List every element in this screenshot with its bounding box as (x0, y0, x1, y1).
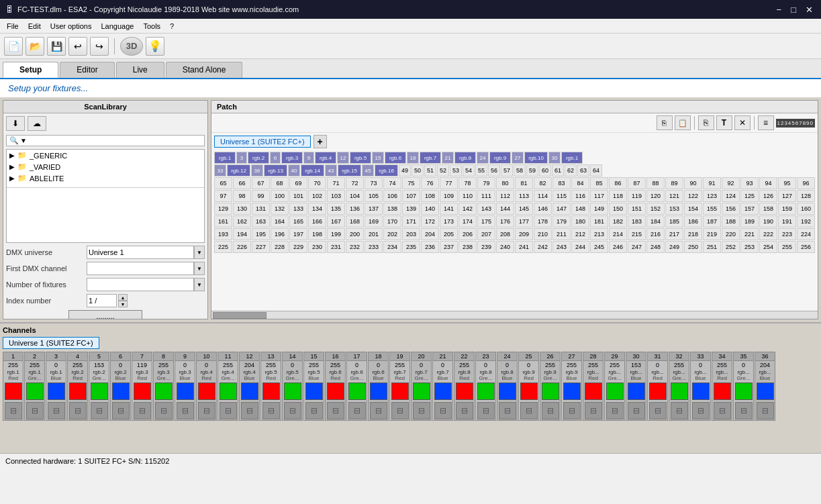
patch-cell-num-122[interactable]: 122 (684, 190, 702, 202)
ch-fader-23[interactable]: ⊟ (477, 402, 495, 419)
patch-cell-num-70[interactable]: 70 (308, 177, 326, 189)
patch-cell-num-190[interactable]: 190 (759, 215, 777, 228)
ch-fader-20[interactable]: ⊟ (413, 402, 430, 419)
patch-delete-btn[interactable]: ✕ (734, 115, 751, 130)
patch-cell-num-96[interactable]: 96 (797, 177, 815, 189)
add-universe-btn[interactable]: + (313, 135, 327, 148)
patch-cell-num-244[interactable]: 244 (571, 241, 589, 253)
patch-cell-rgb13[interactable]: rgb.13 (264, 164, 287, 177)
patch-cell-num-79[interactable]: 79 (477, 177, 495, 189)
patch-cell-rgb3[interactable]: rgb.3 (281, 152, 303, 164)
patch-cell-num-120[interactable]: 120 (646, 190, 665, 202)
patch-cell-num-149[interactable]: 149 (590, 203, 608, 215)
patch-cell-num-177[interactable]: 177 (515, 215, 533, 228)
patch-cell-num-172[interactable]: 172 (421, 215, 439, 228)
patch-cell-rgb9[interactable]: rgb.9 (489, 152, 511, 164)
patch-cell-num-160[interactable]: 160 (797, 203, 815, 215)
patch-cell-num-116[interactable]: 116 (571, 190, 589, 202)
patch-cell-rgb14[interactable]: rgb.14 (301, 164, 324, 177)
patch-cell-num-93[interactable]: 93 (740, 177, 759, 189)
patch-cell-num-218[interactable]: 218 (684, 228, 702, 240)
patch-cell-num-181[interactable]: 181 (590, 215, 608, 228)
ch-fader-25[interactable]: ⊟ (520, 402, 538, 419)
patch-cell-num-209[interactable]: 209 (515, 228, 533, 240)
patch-cell-num-121[interactable]: 121 (665, 190, 683, 202)
patch-cell-50[interactable]: 50 (412, 164, 424, 177)
patch-cell-num-194[interactable]: 194 (233, 228, 251, 240)
patch-cell-num-104[interactable]: 104 (346, 190, 364, 202)
patch-cell-num-162[interactable]: 162 (233, 215, 251, 228)
patch-cell-49[interactable]: 49 (399, 164, 411, 177)
patch-cell-num-253[interactable]: 253 (740, 241, 759, 253)
minimize-button[interactable]: − (774, 5, 785, 15)
patch-text-btn[interactable]: T (716, 115, 732, 130)
patch-cell-num-158[interactable]: 158 (759, 203, 777, 215)
patch-cell-num-183[interactable]: 183 (628, 215, 646, 228)
patch-cell-num-154[interactable]: 154 (684, 203, 702, 215)
universe-tab-1[interactable]: Universe 1 (SUITE2 FC+) (214, 136, 311, 148)
patch-cell-num-186[interactable]: 186 (684, 215, 702, 228)
menu-language[interactable]: Language (97, 21, 138, 32)
patch-cell-num-66[interactable]: 66 (233, 177, 251, 189)
ch-fader-1[interactable]: ⊟ (5, 402, 22, 419)
patch-cell-num-182[interactable]: 182 (609, 215, 627, 228)
patch-cell-num-247[interactable]: 247 (628, 241, 646, 253)
dmx-universe-dropdown-btn[interactable]: ▼ (194, 246, 205, 259)
ch-fader-13[interactable]: ⊟ (262, 402, 280, 419)
patch-cell-3[interactable]: 3 (236, 152, 247, 164)
patch-cell-num-134[interactable]: 134 (308, 203, 326, 215)
patch-cell-num-161[interactable]: 161 (214, 215, 232, 228)
patch-cell-num-140[interactable]: 140 (421, 203, 439, 215)
patch-cell-num-187[interactable]: 187 (703, 215, 721, 228)
patch-cell-6[interactable]: 6 (270, 152, 281, 164)
patch-cell-num-225[interactable]: 225 (214, 241, 232, 253)
patch-cell-num-152[interactable]: 152 (646, 203, 665, 215)
patch-cell-num-171[interactable]: 171 (402, 215, 420, 228)
patch-cell-num-107[interactable]: 107 (402, 190, 420, 202)
patch-cell-num-100[interactable]: 100 (271, 190, 289, 202)
patch-cell-num-227[interactable]: 227 (252, 241, 270, 253)
ch-fader-16[interactable]: ⊟ (327, 402, 344, 419)
ch-fader-11[interactable]: ⊟ (220, 402, 237, 419)
scan-import-button[interactable]: ⬇ (6, 116, 25, 131)
patch-cell-num-65[interactable]: 65 (214, 177, 232, 189)
patch-cell-rgb15[interactable]: rgb.15 (338, 164, 361, 177)
patch-cell-num-103[interactable]: 103 (327, 190, 345, 202)
patch-cell-24[interactable]: 24 (477, 152, 489, 164)
patch-cell-num-139[interactable]: 139 (402, 203, 420, 215)
patch-cell-num-201[interactable]: 201 (365, 228, 383, 240)
patch-cell-num-228[interactable]: 228 (271, 241, 289, 253)
patch-cell-num-214[interactable]: 214 (609, 228, 627, 240)
patch-cell-num-203[interactable]: 203 (402, 228, 420, 240)
patch-cell-num-236[interactable]: 236 (421, 241, 439, 253)
patch-cell-num-111[interactable]: 111 (477, 190, 495, 202)
patch-cell-62[interactable]: 62 (565, 164, 577, 177)
patch-cell-num-175[interactable]: 175 (477, 215, 495, 228)
ch-fader-26[interactable]: ⊟ (542, 402, 559, 419)
patch-cell-num-126[interactable]: 126 (759, 190, 777, 202)
patch-cell-rgb8[interactable]: rgb.8 (454, 152, 476, 164)
patch-cell-58[interactable]: 58 (514, 164, 526, 177)
patch-cell-43[interactable]: 43 (325, 164, 337, 177)
patch-cell-num-143[interactable]: 143 (477, 203, 495, 215)
patch-cell-21[interactable]: 21 (442, 152, 454, 164)
patch-cell-num-221[interactable]: 221 (740, 228, 759, 240)
patch-cell-num-241[interactable]: 241 (515, 241, 533, 253)
ch-fader-22[interactable]: ⊟ (456, 402, 473, 419)
ch-fader-4[interactable]: ⊟ (69, 402, 87, 419)
patch-cell-num-196[interactable]: 196 (271, 228, 289, 240)
ch-fader-21[interactable]: ⊟ (434, 402, 452, 419)
patch-cell-num-197[interactable]: 197 (289, 228, 307, 240)
patch-cell-num-167[interactable]: 167 (327, 215, 345, 228)
num-fixtures-input[interactable] (87, 278, 194, 291)
patch-cell-rgb1[interactable]: rgb.1 (214, 152, 236, 164)
maximize-button[interactable]: □ (788, 5, 799, 15)
patch-cell-num-109[interactable]: 109 (440, 190, 458, 202)
patch-cell-num-242[interactable]: 242 (534, 241, 552, 253)
patch-cell-num-254[interactable]: 254 (759, 241, 777, 253)
tab-editor[interactable]: Editor (60, 62, 114, 78)
patch-cell-rgb7[interactable]: rgb.7 (420, 152, 441, 164)
patch-cell-54[interactable]: 54 (463, 164, 475, 177)
patch-cell-num-208[interactable]: 208 (496, 228, 514, 240)
ch-fader-10[interactable]: ⊟ (198, 402, 215, 419)
